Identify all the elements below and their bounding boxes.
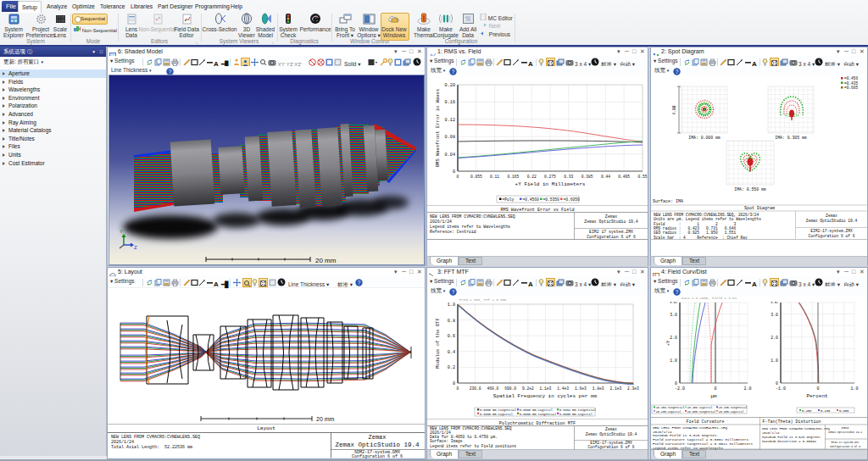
- svg-text:Zemax: Zemax: [841, 427, 849, 430]
- svg-text:Zemax OpticStudio 19.4: Zemax OpticStudio 19.4: [828, 430, 862, 434]
- svg-text:EIM2 17 system.ZMX: EIM2 17 system.ZMX: [589, 230, 633, 234]
- svg-text:+Y: +Y: [665, 340, 671, 346]
- svg-text:Field Curvature Tangential = 0: Field Curvature Tangential = 0.0011 Mill…: [653, 442, 754, 446]
- svg-text:Configuration 6 of 6: Configuration 6 of 6: [587, 445, 634, 449]
- svg-text:RMS Wavefront Error vs Field: RMS Wavefront Error vs Field: [500, 208, 574, 213]
- svg-text:0.22: 0.22: [527, 175, 537, 179]
- svg-text:2.0: 2.0: [743, 386, 751, 392]
- svg-text:0.0000 mm-Tangential: 0.0000 mm-Tangential: [480, 408, 516, 412]
- svg-text:3.0: 3.0: [771, 313, 778, 317]
- svg-text:Configuration 6 of 6: Configuration 6 of 6: [830, 445, 860, 448]
- svg-text:1.0: 1.0: [670, 358, 677, 363]
- svg-text:IMA: 0.000 mm: IMA: 0.000 mm: [688, 136, 721, 140]
- svg-text:2.1e3: 2.1e3: [609, 386, 621, 391]
- svg-text:0.4: 0.4: [448, 350, 455, 355]
- svg-text:Freq = 385, MTF = 0.355: Freq = 385, MTF = 0.355: [459, 298, 507, 302]
- svg-text:?: ?: [676, 289, 679, 295]
- svg-text:20 mm: 20 mm: [316, 416, 335, 422]
- svg-text:-1.0: -1.0: [776, 386, 786, 392]
- svg-text:2.0: 2.0: [670, 336, 677, 340]
- svg-text:Maximum Field is 3.520 Degrees: Maximum Field is 3.520 Degrees.: [653, 434, 719, 437]
- svg-text:1.1e3: 1.1e3: [540, 386, 552, 391]
- svg-text:0: 0: [457, 386, 459, 391]
- svg-text:9.2e2: 9.2e2: [522, 386, 534, 391]
- svg-text:2.0: 2.0: [771, 336, 778, 340]
- svg-text:3.52: 3.52: [670, 301, 677, 304]
- svg-text:2.3e3: 2.3e3: [627, 386, 639, 391]
- svg-text:0.275: 0.275: [544, 175, 556, 179]
- svg-text:Legend items refer to Waveleng: Legend items refer to Wavelengths: [430, 225, 510, 229]
- svg-text:Spot Diagram: Spot Diagram: [744, 206, 775, 211]
- svg-text:Field : 1 2: Field : 1 2 3: [654, 222, 737, 226]
- svg-text:1.6e3: 1.6e3: [575, 386, 587, 391]
- svg-text:=0.435-Tangential: =0.435-Tangential: [719, 406, 748, 409]
- svg-text:0.12: 0.12: [445, 118, 455, 123]
- svg-text:EIM2-17-system.ZMX: EIM2-17-system.ZMX: [810, 229, 853, 233]
- svg-text:Layout: Layout: [257, 425, 275, 431]
- svg-text:=0.456: =0.456: [844, 76, 859, 81]
- svg-text:0.0000 mm-Sagittal: 0.0000 mm-Sagittal: [520, 408, 553, 412]
- svg-text:0.3854 mm-Tangential: 0.3854 mm-Tangential: [559, 408, 596, 412]
- svg-text:0: 0: [457, 175, 459, 179]
- svg-text:Z: Z: [134, 245, 137, 250]
- svg-text:0.3850 mm-Sagittal: 0.3850 mm-Sagittal: [480, 413, 513, 416]
- svg-text:=Poly: =Poly: [503, 197, 515, 202]
- svg-text:4.00: 4.00: [672, 105, 676, 114]
- svg-text:0.20: 0.20: [445, 83, 455, 88]
- svg-text:=0.605-Sagittal: =0.605-Sagittal: [719, 410, 744, 414]
- svg-text:0: 0: [453, 169, 455, 175]
- svg-text:2026/1/24: 2026/1/24: [762, 431, 780, 435]
- svg-text:Spatial Frequency in cycles pe: Spatial Frequency in cycles per mm: [493, 393, 598, 399]
- svg-text:=0.605: =0.605: [844, 86, 859, 90]
- svg-text:µm: µm: [710, 393, 717, 399]
- svg-text:0: 0: [675, 381, 677, 386]
- svg-text:Field Curvature: Field Curvature: [686, 419, 724, 425]
- svg-text:2026/1/24: 2026/1/24: [653, 430, 672, 434]
- svg-text:EIM2-17-system.ZMX: EIM2-17-system.ZMX: [832, 442, 860, 444]
- svg-text:Surface: Image: Surface: Image: [430, 439, 463, 443]
- svg-text:Zemax OpticStudio 19.4: Zemax OpticStudio 19.4: [335, 442, 420, 448]
- svg-text:=0.5350: =0.5350: [543, 197, 560, 202]
- svg-text:0.33: 0.33: [564, 175, 573, 179]
- svg-text:-2.0: -2.0: [675, 386, 685, 392]
- svg-text:Units are µm. Legend items ref: Units are µm. Legend items refer to Wave…: [654, 217, 761, 221]
- svg-text:Zemax: Zemax: [826, 214, 837, 218]
- svg-text:460.0: 460.0: [487, 386, 499, 391]
- svg-text:Zemax: Zemax: [368, 434, 386, 441]
- svg-text:+Y Field in Millimeters: +Y Field in Millimeters: [515, 181, 586, 187]
- svg-text:0.55: 0.55: [637, 175, 647, 179]
- svg-text:Zemax OpticStudio 19.4: Zemax OpticStudio 19.4: [806, 219, 858, 223]
- svg-text:Data = 0.4050, Field = 3.0%: Data = 0.4050, Field = 3.0%: [682, 297, 737, 300]
- svg-text:0.435: 0.435: [821, 409, 831, 413]
- svg-text:1.8e3: 1.8e3: [593, 386, 604, 391]
- svg-text:1.0: 1.0: [771, 358, 778, 363]
- svg-text:0.495: 0.495: [618, 175, 630, 179]
- svg-text:0.2: 0.2: [448, 365, 455, 370]
- svg-text:?: ?: [358, 280, 361, 286]
- svg-text:NEW LENS FROM CVMACRO:CVNEWLEN: NEW LENS FROM CVMACRO:CVNEWLENS.SEQ: [762, 427, 830, 430]
- svg-text:Maximum distortion = 0.5069%: Maximum distortion = 0.5069%: [762, 440, 817, 443]
- svg-text:0.16: 0.16: [445, 100, 455, 105]
- svg-text:230.0: 230.0: [470, 386, 481, 391]
- svg-text:=0.4560: =0.4560: [523, 197, 540, 202]
- svg-text:Zemax OpticStudio 19.4: Zemax OpticStudio 19.4: [586, 432, 637, 436]
- svg-text:NEW LENS FROM CVMACRO:CVNEWLEN: NEW LENS FROM CVMACRO:CVNEWLENS.SEQ: [430, 214, 515, 219]
- svg-text:Modulus of the OTF: Modulus of the OTF: [435, 318, 441, 368]
- svg-text:?: ?: [452, 69, 455, 75]
- svg-text:IMA: 0.305 mm: IMA: 0.305 mm: [775, 136, 807, 140]
- svg-text:=0.435: =0.435: [844, 81, 859, 86]
- svg-text:Scale bar : 4 Reference: Scale bar : 4 Reference : Chief Ray: [654, 236, 748, 240]
- svg-text:=0.456-Tangential: =0.456-Tangential: [656, 406, 685, 409]
- svg-text:0.385: 0.385: [581, 175, 593, 179]
- svg-text:3.52: 3.52: [771, 301, 778, 304]
- svg-text:0.605: 0.605: [839, 409, 849, 413]
- svg-text:0: 0: [816, 386, 819, 392]
- svg-text:0.04: 0.04: [445, 153, 455, 158]
- svg-text:3.0: 3.0: [670, 313, 677, 317]
- svg-text:Total Axial Length: 52.22536: Total Axial Length: 52.22536 mm: [111, 445, 192, 450]
- svg-text:NEW LENS FROM CVMACRO:CVNEWLIN: NEW LENS FROM CVMACRO:CVNEWLINS.SEQ, 202…: [654, 213, 760, 217]
- svg-text:0: 0: [714, 386, 716, 392]
- svg-text:0.5500 mm-Tangential: 0.5500 mm-Tangential: [520, 413, 556, 416]
- svg-text:?: ?: [676, 69, 679, 75]
- svg-text:Reference: Centroid: Reference: Centroid: [430, 230, 476, 234]
